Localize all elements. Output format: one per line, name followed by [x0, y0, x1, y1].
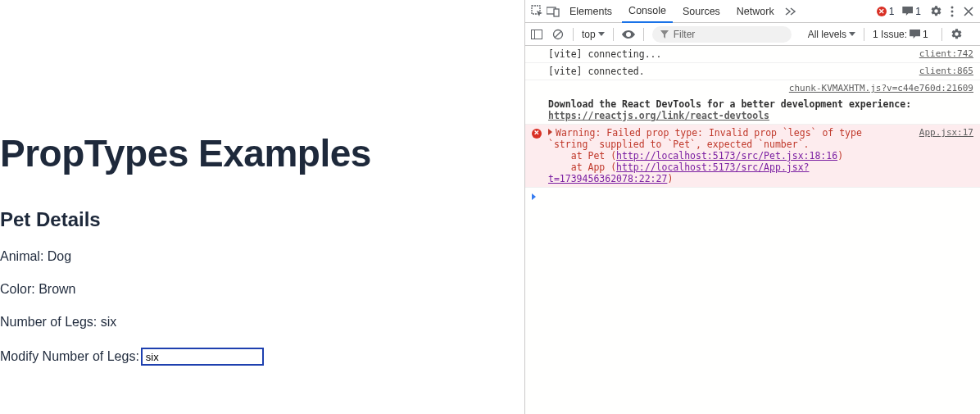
modify-legs-label: Modify Number of Legs: [0, 349, 139, 364]
log-source-link[interactable]: chunk-KVMAXHTM.js?v=c44e760d:21609 [789, 83, 973, 93]
page-title: PropTypes Examples [0, 131, 524, 175]
log-source-link[interactable]: App.jsx:17 [919, 127, 973, 184]
issues-label: 1 Issue: [873, 29, 907, 40]
console-toolbar: top Filter All levels 1 Issue: 1 [525, 23, 980, 46]
context-selector[interactable]: top [582, 29, 605, 40]
log-entry: Download the React DevTools for a better… [525, 96, 980, 125]
device-toolbar-icon[interactable] [547, 5, 560, 18]
error-message: Warning: Failed prop type: Invalid prop … [548, 127, 911, 184]
toggle-sidebar-icon[interactable] [530, 28, 543, 41]
modify-legs-input[interactable] [141, 348, 264, 366]
tab-elements[interactable]: Elements [563, 1, 619, 22]
log-source-link[interactable]: client:865 [919, 66, 973, 77]
log-message: [vite] connecting... [548, 48, 911, 60]
pet-animal: Animal: Dog [0, 249, 524, 264]
devtools-panel: Elements Console Sources Network ✕1 1 [524, 0, 980, 414]
devtools-tabbar: Elements Console Sources Network ✕1 1 [525, 0, 980, 23]
error-count-badge[interactable]: ✕1 [877, 6, 895, 17]
pet-color: Color: Brown [0, 282, 524, 297]
react-devtools-link[interactable]: https://reactjs.org/link/react-devtools [548, 110, 769, 121]
tab-console[interactable]: Console [622, 0, 673, 23]
message-count-badge[interactable]: 1 [902, 6, 921, 17]
pet-legs: Number of Legs: six [0, 315, 524, 330]
settings-icon[interactable] [929, 5, 942, 18]
filter-input[interactable]: Filter [652, 26, 792, 43]
log-entry: [vite] connected. client:865 [525, 63, 980, 80]
svg-point-3 [951, 6, 954, 8]
stack-link[interactable]: http://localhost:5173/src/Pet.jsx:18:16 [616, 150, 837, 162]
chevron-down-icon [849, 32, 855, 36]
log-entry: chunk-KVMAXHTM.js?v=c44e760d:21609 [525, 80, 980, 96]
log-entry: [vite] connecting... client:742 [525, 46, 980, 63]
section-heading: Pet Details [0, 208, 524, 231]
filter-placeholder: Filter [674, 29, 696, 40]
issues-count: 1 [923, 29, 928, 40]
clear-console-icon[interactable] [551, 28, 565, 41]
svg-rect-7 [532, 30, 535, 39]
close-devtools-icon[interactable] [962, 5, 975, 18]
prompt-caret-icon [532, 193, 536, 200]
console-output: [vite] connecting... client:742 [vite] c… [525, 46, 980, 414]
tab-network[interactable]: Network [730, 1, 781, 22]
message-icon [902, 7, 913, 16]
kebab-menu-icon[interactable] [946, 5, 959, 18]
expand-error-icon[interactable] [548, 129, 552, 135]
log-message: Download the React DevTools for a better… [548, 98, 973, 121]
svg-line-9 [555, 31, 561, 38]
svg-point-4 [951, 10, 954, 12]
log-message: [vite] connected. [548, 66, 911, 77]
svg-point-5 [951, 14, 954, 16]
svg-rect-6 [532, 30, 542, 39]
console-settings-icon[interactable] [951, 28, 964, 41]
error-count: 1 [889, 6, 895, 17]
more-tabs-icon[interactable] [784, 5, 797, 18]
message-icon [910, 30, 920, 39]
filter-icon [660, 30, 669, 39]
modify-legs-row: Modify Number of Legs: [0, 348, 524, 366]
svg-rect-2 [554, 9, 559, 16]
tab-sources[interactable]: Sources [676, 1, 727, 22]
app-content: PropTypes Examples Pet Details Animal: D… [0, 0, 524, 414]
issues-badge[interactable]: 1 Issue: 1 [873, 29, 928, 40]
log-levels-selector[interactable]: All levels [808, 29, 855, 40]
log-levels-label: All levels [808, 29, 846, 40]
chevron-down-icon [598, 32, 605, 36]
inspect-element-icon[interactable] [530, 5, 543, 18]
context-label: top [582, 29, 596, 40]
log-entry-error: Warning: Failed prop type: Invalid prop … [525, 125, 980, 188]
log-source-link[interactable]: client:742 [919, 48, 973, 60]
message-count: 1 [915, 6, 921, 17]
console-prompt[interactable] [525, 188, 980, 206]
live-expression-icon[interactable] [622, 28, 635, 41]
